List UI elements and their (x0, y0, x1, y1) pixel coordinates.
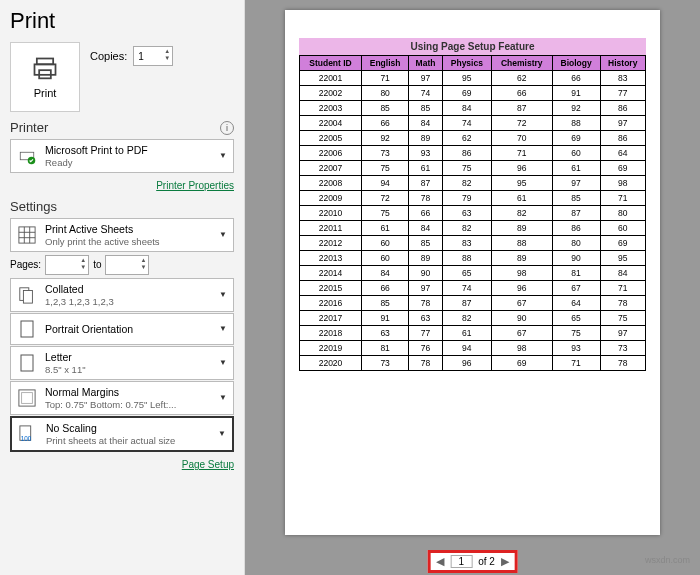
table-cell: 79 (442, 191, 491, 206)
table-cell: 78 (409, 356, 443, 371)
page-setup-link[interactable]: Page Setup (182, 459, 234, 470)
table-row: 22008948782959798 (300, 176, 646, 191)
table-cell: 84 (600, 266, 646, 281)
table-cell: 80 (362, 86, 409, 101)
table-cell: 80 (552, 236, 600, 251)
collate-icon (17, 285, 37, 305)
scaling-label: No Scaling (46, 422, 218, 435)
table-cell: 22005 (300, 131, 362, 146)
table-cell: 62 (491, 71, 552, 86)
table-cell: 85 (409, 236, 443, 251)
table-cell: 64 (600, 146, 646, 161)
table-cell: 89 (409, 251, 443, 266)
table-cell: 67 (491, 296, 552, 311)
table-cell: 66 (362, 281, 409, 296)
printer-select[interactable]: Microsoft Print to PDF Ready ▼ (10, 139, 234, 173)
margins-label: Normal Margins (45, 386, 219, 399)
collate-select[interactable]: Collated 1,2,3 1,2,3 1,2,3 ▼ (10, 278, 234, 312)
margins-select[interactable]: Normal Margins Top: 0.75" Bottom: 0.75" … (10, 381, 234, 415)
table-cell: 71 (491, 146, 552, 161)
table-cell: 61 (442, 326, 491, 341)
pages-from-input[interactable]: ▲▼ (45, 255, 89, 275)
stepper-icon[interactable]: ▲▼ (80, 257, 86, 271)
margins-desc: Top: 0.75" Bottom: 0.75" Left:... (45, 399, 219, 410)
table-cell: 22017 (300, 311, 362, 326)
table-row: 22003858584879286 (300, 101, 646, 116)
table-cell: 90 (409, 266, 443, 281)
table-cell: 83 (442, 236, 491, 251)
table-cell: 74 (409, 86, 443, 101)
table-cell: 82 (442, 311, 491, 326)
page-title: Print (10, 8, 234, 34)
table-header: Chemistry (491, 56, 552, 71)
pages-label: Pages: (10, 259, 41, 270)
table-row: 22011618482898660 (300, 221, 646, 236)
printer-properties-link[interactable]: Printer Properties (156, 180, 234, 191)
table-cell: 89 (491, 251, 552, 266)
table-cell: 98 (491, 341, 552, 356)
scaling-select[interactable]: 100 No Scaling Print sheets at their act… (10, 416, 234, 452)
table-cell: 87 (491, 101, 552, 116)
table-cell: 75 (362, 161, 409, 176)
current-page-input[interactable] (450, 555, 472, 568)
table-cell: 22001 (300, 71, 362, 86)
preview-table: Student IDEnglishMathPhysicsChemistryBio… (299, 55, 646, 371)
print-button[interactable]: Print (10, 42, 80, 112)
table-cell: 22004 (300, 116, 362, 131)
scaling-desc: Print sheets at their actual size (46, 435, 218, 446)
table-cell: 92 (362, 131, 409, 146)
table-cell: 93 (552, 341, 600, 356)
chevron-down-icon: ▼ (219, 230, 227, 239)
table-row: 22002807469669177 (300, 86, 646, 101)
svg-rect-15 (22, 393, 33, 404)
table-cell: 61 (409, 161, 443, 176)
table-cell: 82 (491, 206, 552, 221)
table-cell: 61 (362, 221, 409, 236)
print-what-select[interactable]: Print Active Sheets Only print the activ… (10, 218, 234, 252)
copies-input[interactable]: 1 ▲▼ (133, 46, 173, 66)
copies-value: 1 (138, 51, 144, 62)
table-cell: 66 (409, 206, 443, 221)
table-cell: 60 (600, 221, 646, 236)
table-cell: 60 (552, 146, 600, 161)
table-cell: 84 (409, 116, 443, 131)
info-icon[interactable]: i (220, 121, 234, 135)
table-cell: 89 (491, 221, 552, 236)
printer-heading: Printer (10, 120, 48, 135)
table-cell: 73 (600, 341, 646, 356)
table-cell: 62 (442, 131, 491, 146)
prev-page-button[interactable]: ◀ (436, 555, 444, 568)
scaling-icon: 100 (18, 424, 38, 444)
table-cell: 22013 (300, 251, 362, 266)
table-row: 22015669774966771 (300, 281, 646, 296)
next-page-button[interactable]: ▶ (501, 555, 509, 568)
table-row: 22010756663828780 (300, 206, 646, 221)
table-cell: 85 (409, 101, 443, 116)
table-cell: 98 (600, 176, 646, 191)
stepper-icon[interactable]: ▲▼ (164, 48, 170, 62)
table-cell: 86 (600, 131, 646, 146)
table-cell: 22020 (300, 356, 362, 371)
stepper-icon[interactable]: ▲▼ (141, 257, 147, 271)
table-cell: 96 (491, 161, 552, 176)
table-cell: 81 (362, 341, 409, 356)
table-cell: 72 (362, 191, 409, 206)
table-cell: 91 (552, 86, 600, 101)
table-cell: 94 (442, 341, 491, 356)
chevron-down-icon: ▼ (219, 151, 227, 160)
orientation-select[interactable]: Portrait Orientation ▼ (10, 313, 234, 345)
table-cell: 95 (442, 71, 491, 86)
table-row: 22004668474728897 (300, 116, 646, 131)
table-cell: 95 (491, 176, 552, 191)
table-cell: 22002 (300, 86, 362, 101)
table-cell: 65 (552, 311, 600, 326)
table-row: 22017916382906575 (300, 311, 646, 326)
sheets-icon (17, 225, 37, 245)
portrait-icon (17, 319, 37, 339)
svg-rect-12 (21, 321, 33, 337)
pages-to-input[interactable]: ▲▼ (105, 255, 149, 275)
table-cell: 66 (491, 86, 552, 101)
paper-size-select[interactable]: Letter 8.5" x 11" ▼ (10, 346, 234, 380)
table-cell: 76 (409, 341, 443, 356)
page-navigator[interactable]: ◀ of 2 ▶ (427, 550, 518, 573)
